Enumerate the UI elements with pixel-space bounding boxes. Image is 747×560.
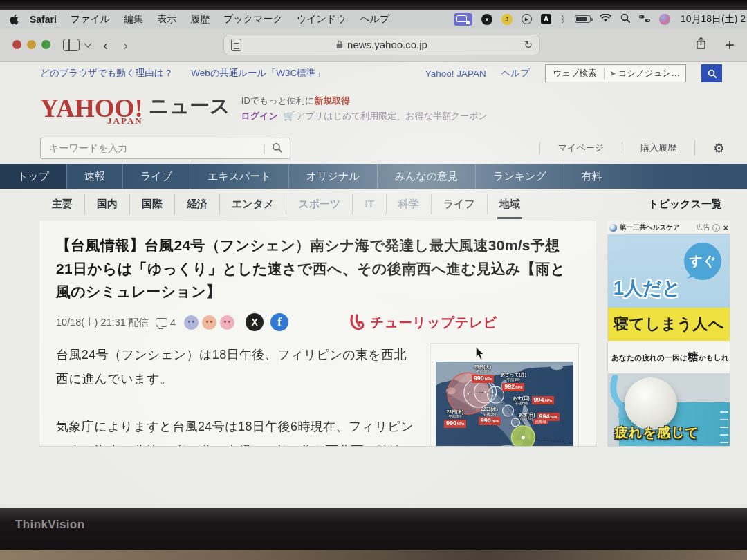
ad-info-icon[interactable]: i xyxy=(712,224,720,232)
reaction-emoji-pink[interactable] xyxy=(220,315,234,330)
topics-list-link[interactable]: トピックス一覧 xyxy=(648,198,722,211)
share-x-button[interactable]: X xyxy=(246,313,264,331)
menu-item-file[interactable]: ファイル xyxy=(71,13,110,26)
article-card: 【台風情報】台風24号（フンシェン）南シナ海で発達し最大風速30m/s予想 21… xyxy=(39,221,596,447)
minimize-window-button[interactable] xyxy=(27,40,36,49)
web-search-label: ウェブ検索 xyxy=(546,68,604,80)
menu-bar-status-area: x J ▶ A ᛒ 10月18日(土) 2 xyxy=(454,13,746,26)
mypage-link[interactable]: マイページ xyxy=(540,142,622,154)
article-body: 台風24号（フンシェン）は18日午後、フィリピンの東を西北西に進んでいます。 気… xyxy=(56,343,416,447)
masthead: YAHOO! JAPAN ニュース IDでもっと便利に新規取得 ログイン🛒アプリ… xyxy=(0,85,747,132)
x-app-icon[interactable]: x xyxy=(481,14,492,25)
login-link[interactable]: ログイン xyxy=(241,111,278,121)
tab-paid[interactable]: 有料 xyxy=(564,164,620,189)
article-date: 10/18(土) 21:31 配信 xyxy=(56,316,149,329)
figure-column: 21日(火)午前3時 990hPa あさって(月)午前3時 992hPa あす(… xyxy=(430,343,579,447)
coupon-link[interactable]: アプリはじめて利用限定、お得な半額クーポン xyxy=(296,111,488,121)
reaction-emoji-blue[interactable] xyxy=(184,315,199,330)
signup-link[interactable]: 新規取得 xyxy=(314,95,350,106)
menu-bar-clock[interactable]: 10月18日(土) 2 xyxy=(681,13,746,26)
main-navigation: トップ 速報 ライブ エキスパート オリジナル みんなの意見 ランキング 有料 xyxy=(0,164,747,189)
chevron-down-icon[interactable] xyxy=(84,39,91,47)
source-logo[interactable]: チューリップテレビ xyxy=(349,313,497,332)
article-headline: 【台風情報】台風24号（フンシェン）南シナ海で発達し最大風速30m/s予想 21… xyxy=(56,234,579,304)
wifi-icon[interactable] xyxy=(600,14,611,25)
share-icon[interactable] xyxy=(695,36,707,53)
monitor-photo: Safari ファイル 編集 表示 履歴 ブックマーク ウインドウ ヘルプ x … xyxy=(0,0,747,560)
category-economy[interactable]: 経済 xyxy=(174,194,219,214)
tab-flash[interactable]: 速報 xyxy=(66,164,122,189)
advertiser-name: 第一三共ヘルスケア xyxy=(620,223,680,232)
yahoo-news-logo[interactable]: YAHOO! JAPAN ニュース xyxy=(40,93,230,124)
promo-rule-link[interactable]: Webの共通ルール「W3C標準」 xyxy=(191,67,324,80)
siri-icon[interactable] xyxy=(659,14,670,25)
category-life[interactable]: ライフ xyxy=(431,194,487,214)
ad-footer-text: 疲れを感じて xyxy=(615,424,699,442)
yahoo-japan-link[interactable]: Yahoo! JAPAN xyxy=(425,68,486,79)
forecast-label: 22日(水)午後3時 990hPa xyxy=(479,407,501,425)
forward-button[interactable]: › xyxy=(123,37,128,53)
battery-icon[interactable] xyxy=(575,15,591,23)
tulip-tv-mark-icon xyxy=(349,313,367,331)
reload-icon[interactable]: ↻ xyxy=(524,39,533,51)
menu-item-help[interactable]: ヘルプ xyxy=(360,13,390,26)
reaction-emoji-orange[interactable] xyxy=(202,315,216,330)
yahoo-news-page: どのブラウザでも動く理由は？ Webの共通ルール「W3C標準」 Yahoo! J… xyxy=(0,62,747,508)
tab-opinions[interactable]: みんなの意見 xyxy=(377,164,475,189)
menu-item-safari[interactable]: Safari xyxy=(30,14,57,25)
menu-item-history[interactable]: 履歴 xyxy=(190,13,210,26)
sidebar-toggle-icon[interactable] xyxy=(63,39,80,51)
category-region[interactable]: 地域 xyxy=(487,194,532,214)
category-world[interactable]: 国際 xyxy=(129,194,174,214)
menu-item-edit[interactable]: 編集 xyxy=(124,13,143,26)
comment-bubble-icon xyxy=(156,318,167,327)
article-meta: 10/18(土) 21:31 配信 4 X f xyxy=(56,313,579,332)
apple-menu-icon[interactable] xyxy=(10,14,19,25)
laptop-screen: Safari ファイル 編集 表示 履歴 ブックマーク ウインドウ ヘルプ x … xyxy=(0,10,747,508)
address-bar[interactable]: news.yahoo.co.jp ↻ xyxy=(223,35,540,55)
tab-top[interactable]: トップ xyxy=(0,164,66,189)
ad-badge: 広告 xyxy=(696,223,710,232)
purchase-history-link[interactable]: 購入履歴 xyxy=(622,142,694,154)
trending-query[interactable]: ➤ コシノジュン… xyxy=(605,68,685,80)
j-app-icon[interactable]: J xyxy=(501,14,513,25)
web-search-button[interactable] xyxy=(701,64,722,82)
ad-close-icon[interactable]: × xyxy=(723,223,728,232)
new-tab-button[interactable]: + xyxy=(725,35,735,55)
tab-live[interactable]: ライブ xyxy=(122,164,190,189)
comment-count[interactable]: 4 xyxy=(156,317,176,328)
share-facebook-button[interactable]: f xyxy=(270,313,288,331)
typhoon-map-image[interactable]: 21日(火)午前3時 990hPa あさって(月)午前3時 992hPa あす(… xyxy=(430,343,579,447)
close-window-button[interactable] xyxy=(12,40,21,49)
forecast-label: 23日(木)午前3時 990hPa xyxy=(444,409,466,428)
menu-item-bookmarks[interactable]: ブックマーク xyxy=(223,13,283,26)
keyword-search-input[interactable] xyxy=(40,138,290,159)
bluetooth-icon[interactable]: ᛒ xyxy=(560,14,566,24)
category-it[interactable]: IT xyxy=(352,194,385,214)
promo-question-link[interactable]: どのブラウザでも動く理由は？ xyxy=(40,67,173,80)
web-search-box[interactable]: ウェブ検索 ➤ コシノジュン… xyxy=(545,64,686,82)
back-button[interactable]: ‹ xyxy=(103,37,108,53)
help-link[interactable]: ヘルプ xyxy=(501,67,530,80)
category-entertainment[interactable]: エンタメ xyxy=(219,194,286,214)
tab-expert[interactable]: エキスパート xyxy=(190,164,288,189)
zoom-window-button[interactable] xyxy=(42,40,50,49)
ad-header: 第一三共ヘルスケア 広告 i × xyxy=(607,221,730,234)
settings-gear-icon[interactable]: ⚙ xyxy=(694,140,730,156)
tab-original[interactable]: オリジナル xyxy=(288,164,377,189)
menu-item-view[interactable]: 表示 xyxy=(157,13,176,26)
menu-item-window[interactable]: ウインドウ xyxy=(297,13,347,26)
category-main[interactable]: 主要 xyxy=(40,194,84,214)
search-icon[interactable] xyxy=(272,142,282,156)
spotlight-search-icon[interactable] xyxy=(620,13,630,25)
play-status-icon[interactable]: ▶ xyxy=(522,14,532,24)
category-science[interactable]: 科学 xyxy=(386,194,431,214)
category-sports[interactable]: スポーツ xyxy=(286,194,352,214)
category-domestic[interactable]: 国内 xyxy=(84,194,129,214)
ad-creative[interactable]: 1人だと すぐ 寝てしまう人へ あなたの疲れの一因は糖かもしれません。 xyxy=(607,234,730,447)
screen-mirroring-icon[interactable] xyxy=(454,13,472,26)
ad-illustration: 疲れを感じて xyxy=(608,373,730,446)
tab-ranking[interactable]: ランキング xyxy=(475,164,564,189)
a-app-icon[interactable]: A xyxy=(541,14,551,24)
control-center-icon[interactable] xyxy=(639,14,650,25)
